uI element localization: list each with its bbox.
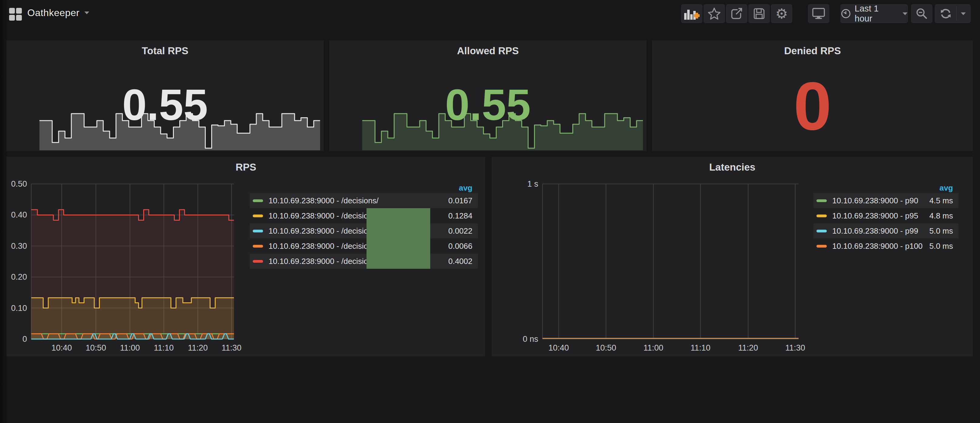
- legend-row[interactable]: 10.10.69.238:9000 - p904.5 ms: [813, 193, 958, 208]
- x-tick-label: 10:50: [585, 343, 627, 353]
- legend-row[interactable]: 10.10.69.238:9000 - /decisions/0.0066: [250, 238, 478, 253]
- panel-title[interactable]: Total RPS: [7, 45, 323, 57]
- chevron-down-icon: [84, 11, 89, 14]
- legend-series-color: [253, 200, 263, 202]
- panel-denied-rps: Denied RPS 0: [652, 41, 973, 151]
- y-tick-label: 1 s: [487, 179, 538, 189]
- add-panel-button[interactable]: [681, 4, 702, 23]
- legend-series-color: [816, 214, 827, 217]
- dashboard-grid-icon[interactable]: [9, 8, 22, 21]
- legend-series-avg: 0.1284: [442, 211, 473, 220]
- y-tick-label: 0: [0, 334, 27, 344]
- refresh-button[interactable]: [935, 8, 956, 20]
- refresh-button-group: [935, 4, 970, 23]
- refresh-interval-dropdown[interactable]: [956, 13, 970, 15]
- legend-series-avg: 4.5 ms: [923, 196, 953, 206]
- legend: avg10.10.69.238:9000 - /decisions/0.0167…: [250, 183, 478, 269]
- legend-series-avg: 0.0066: [442, 241, 473, 251]
- x-tick-label: 11:20: [727, 343, 770, 353]
- y-tick-label: 0.10: [0, 304, 27, 313]
- clock-icon: [841, 8, 851, 19]
- legend-series-color: [816, 245, 827, 247]
- y-tick-label: 0.40: [0, 210, 27, 220]
- legend-series-label: 10.10.69.238:9000 - p99: [832, 227, 918, 236]
- x-tick-label: 10:40: [537, 343, 580, 353]
- legend-row[interactable]: 10.10.69.238:9000 - p995.0 ms: [813, 223, 958, 238]
- add-panel-icon: [684, 7, 700, 20]
- legend-row[interactable]: 10.10.69.238:9000 - /decisions/0.0167: [250, 193, 478, 208]
- navbar: Oathkeeper ⚙: [0, 0, 980, 29]
- panel-total-rps: Total RPS 0.55: [7, 41, 323, 151]
- legend-avg-header[interactable]: avg: [250, 183, 478, 193]
- panel-title[interactable]: Allowed RPS: [330, 45, 646, 57]
- legend: avg10.10.69.238:9000 - p904.5 ms10.10.69…: [813, 183, 958, 253]
- panel-allowed-rps: Allowed RPS 0.55: [329, 41, 646, 151]
- star-dashboard-button[interactable]: [703, 4, 725, 23]
- x-tick-label: 11:30: [774, 343, 816, 353]
- monitor-icon: [811, 7, 826, 20]
- legend-series-color: [253, 230, 263, 233]
- legend-series-label: 10.10.69.238:9000 - /decisions/: [269, 196, 379, 206]
- legend-series-color: [253, 214, 263, 217]
- star-icon: [708, 7, 721, 20]
- legend-series-avg: 5.0 ms: [923, 227, 953, 236]
- refresh-icon: [940, 8, 952, 20]
- dashboard-title-dropdown[interactable]: Oathkeeper: [27, 7, 89, 19]
- time-range-label: Last 1 hour: [855, 4, 898, 24]
- panel-rps-graph: RPS 00.100.200.300.400.5010:4010:5011:00…: [7, 157, 485, 356]
- zoom-out-button[interactable]: [911, 4, 932, 23]
- green-overlay-box: [366, 208, 430, 269]
- legend-series-avg: 4.8 ms: [923, 211, 953, 220]
- legend-row[interactable]: 10.10.69.238:9000 - p1005.0 ms: [813, 238, 958, 253]
- legend-series-color: [253, 260, 263, 263]
- x-tick-label: 11:30: [210, 343, 253, 353]
- y-tick-label: 0.30: [0, 241, 27, 251]
- save-icon: [753, 7, 765, 20]
- zoom-out-icon: [915, 7, 928, 20]
- y-tick-label: 0.20: [0, 272, 27, 282]
- save-dashboard-button[interactable]: [748, 4, 770, 23]
- dashboard-title: Oathkeeper: [27, 7, 80, 19]
- legend-row[interactable]: 10.10.69.238:9000 - /decisions/0.1284: [250, 208, 478, 223]
- panel-latencies-graph: Latencies 0 ns1 s10:4010:5011:0011:1011:…: [492, 157, 973, 356]
- legend-series-avg: 5.0 ms: [923, 241, 953, 251]
- divider: [956, 6, 957, 21]
- panel-title[interactable]: Denied RPS: [652, 45, 972, 57]
- chevron-down-icon: [961, 13, 966, 15]
- legend-series-label: 10.10.69.238:9000 - p100: [832, 241, 923, 251]
- legend-row[interactable]: 10.10.69.238:9000 - /decisions/0.4002: [250, 253, 478, 269]
- legend-series-label: 10.10.69.238:9000 - p95: [832, 211, 918, 220]
- stat-value: 0.55: [330, 80, 646, 130]
- dashboard-settings-button[interactable]: ⚙: [771, 4, 792, 23]
- x-tick-label: 11:10: [679, 343, 722, 353]
- legend-series-label: 10.10.69.238:9000 - p90: [832, 196, 918, 206]
- tv-mode-button[interactable]: [808, 4, 829, 23]
- y-tick-label: 0 ns: [487, 334, 538, 344]
- legend-series-label: 10.10.69.238:9000 - /decisions/: [269, 227, 379, 236]
- stat-value: 0.55: [7, 80, 323, 130]
- legend-avg-header[interactable]: avg: [813, 183, 958, 193]
- legend-series-avg: 0.4002: [442, 257, 473, 266]
- legend-series-avg: 0.0022: [442, 227, 473, 236]
- legend-series-label: 10.10.69.238:9000 - /decisions/: [269, 257, 379, 266]
- legend-series-label: 10.10.69.238:9000 - /decisions/: [269, 241, 379, 251]
- legend-series-label: 10.10.69.238:9000 - /decisions/: [269, 211, 379, 220]
- x-tick-label: 11:00: [632, 343, 675, 353]
- legend-series-color: [816, 200, 827, 202]
- gear-icon: ⚙: [775, 7, 788, 21]
- legend-row[interactable]: 10.10.69.238:9000 - p954.8 ms: [813, 208, 958, 223]
- share-dashboard-button[interactable]: [726, 4, 747, 23]
- legend-series-avg: 0.0167: [442, 196, 473, 206]
- legend-series-color: [253, 245, 263, 247]
- time-range-picker[interactable]: Last 1 hour: [840, 4, 908, 23]
- share-icon: [730, 7, 743, 20]
- legend-row[interactable]: 10.10.69.238:9000 - /decisions/0.0022: [250, 223, 478, 238]
- legend-series-color: [816, 230, 827, 233]
- chevron-down-icon: [903, 13, 907, 15]
- stat-value: 0: [652, 67, 972, 146]
- y-tick-label: 0.50: [0, 179, 27, 189]
